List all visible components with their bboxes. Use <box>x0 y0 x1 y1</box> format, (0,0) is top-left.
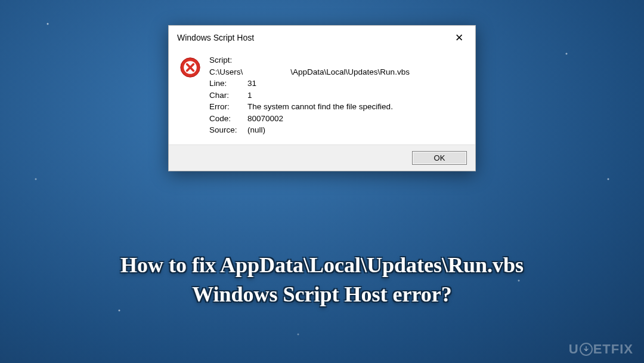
error-label: Error: <box>209 101 247 113</box>
wsh-dialog: Windows Script Host ✕ Script: C:\Users\\… <box>168 25 476 171</box>
watermark: U ETFIX <box>569 342 633 357</box>
redacted-username <box>243 69 290 76</box>
field-line: Line: 31 <box>209 78 410 90</box>
field-source: Source: (null) <box>209 124 410 136</box>
code-value: 80070002 <box>247 113 283 125</box>
dialog-info: Script: C:\Users\\AppData\Local\Updates\… <box>209 54 410 136</box>
watermark-pre: U <box>569 342 579 357</box>
dialog-button-bar: OK <box>169 144 475 171</box>
line-label: Line: <box>209 78 247 90</box>
field-char: Char: 1 <box>209 90 410 101</box>
close-button[interactable]: ✕ <box>449 30 469 45</box>
char-label: Char: <box>209 90 247 101</box>
script-path: C:\Users\\AppData\Local\Updates\Run.vbs <box>209 66 410 78</box>
article-caption: How to fix AppData\Local\Updates\Run.vbs… <box>0 251 644 309</box>
download-icon <box>580 343 593 356</box>
caption-line-1: How to fix AppData\Local\Updates\Run.vbs <box>18 251 626 280</box>
error-value: The system cannot find the file specifie… <box>247 101 393 113</box>
script-label: Script: <box>209 54 410 66</box>
dialog-body: Script: C:\Users\\AppData\Local\Updates\… <box>169 50 475 144</box>
ok-button[interactable]: OK <box>412 151 467 165</box>
field-error: Error: The system cannot find the file s… <box>209 101 410 113</box>
dialog-titlebar: Windows Script Host ✕ <box>169 26 475 50</box>
caption-line-2: Windows Script Host error? <box>18 280 626 309</box>
close-icon: ✕ <box>455 32 463 44</box>
path-suffix: \AppData\Local\Updates\Run.vbs <box>290 67 410 76</box>
line-value: 31 <box>247 78 256 90</box>
source-label: Source: <box>209 124 247 136</box>
path-prefix: C:\Users\ <box>209 67 243 76</box>
char-value: 1 <box>247 90 252 101</box>
code-label: Code: <box>209 113 247 125</box>
watermark-post: ETFIX <box>593 342 633 357</box>
error-icon <box>179 57 201 136</box>
source-value: (null) <box>247 124 265 136</box>
dialog-title: Windows Script Host <box>177 33 254 42</box>
field-code: Code: 80070002 <box>209 113 410 125</box>
